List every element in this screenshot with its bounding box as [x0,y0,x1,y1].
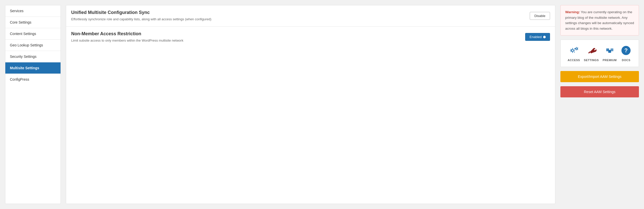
warning-box: Warning: You are currently operating on … [560,5,639,36]
sidebar-item-label: Security Settings [10,55,36,59]
sidebar-item-configpress[interactable]: ConfigPress [5,74,61,85]
disable-button[interactable]: Disable [530,12,550,20]
feature-action: Disable [530,12,550,20]
toggle-indicator-icon [543,36,546,38]
reset-button[interactable]: Reset AAM Settings [560,86,639,97]
icon-grid-box: ACCESS SETTINGS PREMIUM ? D [560,40,639,67]
premium-icon-item[interactable]: PREMIUM [603,45,617,62]
docs-label: DOCS [622,59,631,62]
docs-icon-item[interactable]: ? DOCS [620,45,632,62]
access-label: ACCESS [568,59,580,62]
svg-point-0 [572,49,574,51]
settings-label: SETTINGS [584,59,599,62]
svg-rect-5 [611,48,613,51]
enabled-label: Enabled [529,35,542,39]
sidebar-item-geo-lookup-settings[interactable]: Geo Lookup Settings [5,40,61,51]
docs-icon: ? [620,45,632,56]
sidebar-item-content-settings[interactable]: Content Settings [5,28,61,40]
feature-text: Unified Multisite Configuration Sync Eff… [71,10,530,22]
right-panel: Warning: You are currently operating on … [560,5,639,204]
sidebar-item-core-settings[interactable]: Core Settings [5,17,61,28]
feature-title: Non-Member Access Restriction [71,31,520,37]
sidebar-item-label: Services [10,9,24,13]
feature-action: Enabled [525,33,550,41]
sidebar-item-label: Geo Lookup Settings [10,43,43,47]
svg-text:?: ? [624,47,628,54]
settings-icon-item[interactable]: SETTINGS [584,45,599,62]
feature-title: Unified Multisite Configuration Sync [71,10,525,15]
feature-description: Effortlessly synchronize role and capabi… [71,17,525,22]
feature-description: Limit subsite access to only members wit… [71,38,520,43]
sidebar-item-security-settings[interactable]: Security Settings [5,51,61,62]
sidebar: Services Core Settings Content Settings … [5,5,61,204]
sidebar-item-multisite-settings[interactable]: Multisite Settings [5,62,61,74]
sidebar-item-label: ConfigPress [10,77,29,81]
settings-icon [586,45,597,56]
sidebar-item-label: Multisite Settings [10,66,39,70]
export-import-button[interactable]: Export/Import AAM Settings [560,71,639,82]
sidebar-item-label: Content Settings [10,32,36,36]
feature-row-non-member-access: Non-Member Access Restriction Limit subs… [66,27,555,48]
warning-prefix: Warning: [565,10,580,14]
main-content: Unified Multisite Configuration Sync Eff… [66,5,555,204]
sidebar-item-services[interactable]: Services [5,5,61,17]
enabled-button[interactable]: Enabled [525,33,550,41]
feature-row-unified-multisite: Unified Multisite Configuration Sync Eff… [66,5,555,27]
premium-icon [604,45,615,56]
access-icon [568,45,579,56]
premium-label: PREMIUM [603,59,617,62]
access-icon-item[interactable]: ACCESS [568,45,580,62]
sidebar-item-label: Core Settings [10,20,31,24]
feature-text: Non-Member Access Restriction Limit subs… [71,31,525,43]
